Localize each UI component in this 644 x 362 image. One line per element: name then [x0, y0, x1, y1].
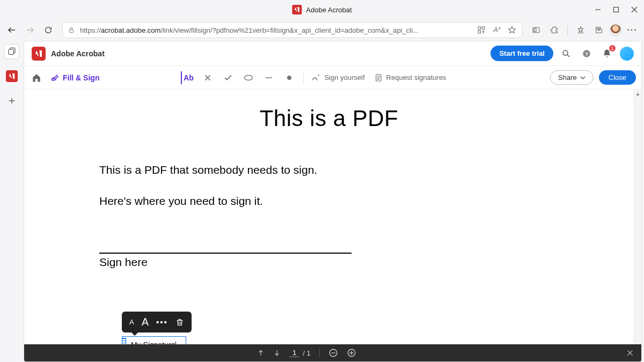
text-annotation[interactable]: A A ••• My Signature — [122, 336, 186, 344]
start-trial-button[interactable]: Start free trial — [491, 46, 553, 61]
document-line-1: This is a PDF that somebody needs to sig… — [99, 164, 559, 176]
page-nav-bar: 1 / 1 — [24, 344, 641, 361]
vertical-scrollbar[interactable]: ▴ — [634, 90, 641, 344]
back-button[interactable] — [4, 23, 19, 38]
svg-point-24 — [245, 75, 253, 80]
new-tab-icon[interactable] — [4, 93, 19, 108]
account-avatar[interactable] — [620, 47, 634, 61]
browser-left-rail — [0, 41, 24, 108]
annotation-more-icon[interactable]: ••• — [156, 317, 168, 327]
svg-rect-7 — [478, 31, 481, 33]
prev-page-icon[interactable] — [257, 349, 265, 357]
svg-rect-11 — [534, 28, 536, 31]
svg-rect-6 — [482, 27, 485, 29]
delete-annotation-icon[interactable] — [175, 318, 184, 327]
request-signatures-button[interactable]: Request signatures — [375, 73, 447, 83]
favorites-list-icon[interactable] — [573, 23, 588, 38]
screenshot-icon[interactable] — [529, 23, 544, 38]
sign-yourself-button[interactable]: Sign yourself — [311, 73, 364, 83]
font-larger-button[interactable]: A — [142, 316, 149, 328]
search-icon[interactable] — [559, 46, 574, 61]
svg-text:?: ? — [585, 50, 588, 56]
separator — [567, 25, 568, 35]
browser-toolbar: https://acrobat.adobe.com/link/view/fill… — [0, 19, 644, 41]
separator — [319, 348, 320, 358]
close-nav-icon[interactable] — [626, 349, 634, 357]
document-viewport[interactable]: This is a PDF This is a PDF that somebod… — [24, 90, 634, 344]
lock-icon — [68, 26, 75, 34]
dot-tool[interactable] — [283, 71, 296, 84]
svg-rect-15 — [9, 49, 13, 54]
help-icon[interactable]: ? — [579, 46, 594, 61]
collections-icon[interactable] — [591, 23, 606, 38]
notifications-icon[interactable]: 1 — [599, 46, 614, 61]
font-smaller-button[interactable]: A — [129, 318, 134, 326]
svg-rect-5 — [478, 27, 481, 29]
signature-line — [99, 253, 352, 254]
document-line-2: Here's where you need to sign it. — [99, 195, 559, 208]
pen-icon — [50, 73, 60, 83]
document-area: This is a PDF This is a PDF that somebod… — [24, 90, 641, 361]
grid-icon[interactable] — [477, 26, 486, 34]
home-icon[interactable] — [30, 73, 43, 83]
scroll-up-icon[interactable]: ▴ — [636, 90, 639, 98]
share-button[interactable]: Share — [550, 70, 594, 85]
fill-sign-title: Fill & Sign — [50, 73, 99, 83]
url-text: https://acrobat.adobe.com/link/view/fill… — [80, 26, 419, 34]
line-tool[interactable] — [262, 71, 275, 84]
favorite-icon[interactable] — [508, 26, 516, 34]
acrobat-app: Adobe Acrobat Start free trial ? 1 Fill … — [24, 41, 642, 362]
zoom-out-icon[interactable] — [328, 348, 338, 358]
svg-rect-4 — [70, 30, 74, 33]
resize-handle[interactable] — [122, 338, 126, 344]
annotation-tools: Ab Sign yourself Request signatures — [181, 71, 446, 84]
svg-rect-1 — [614, 8, 619, 12]
tabs-icon[interactable] — [4, 44, 19, 59]
pdf-page: This is a PDF This is a PDF that somebod… — [24, 90, 634, 290]
forward-button[interactable] — [23, 23, 38, 38]
svg-point-18 — [563, 50, 568, 55]
close-button[interactable]: Close — [599, 70, 636, 85]
total-pages: / 1 — [303, 349, 310, 357]
notification-badge: 1 — [609, 45, 616, 51]
more-menu-icon[interactable]: ··· — [625, 23, 640, 38]
window-title-bar: Adobe Acrobat — [0, 0, 644, 19]
current-page-input[interactable]: 1 — [289, 349, 299, 357]
text-size-icon[interactable]: A٨ — [493, 26, 500, 34]
text-tool[interactable]: Ab — [181, 71, 194, 84]
document-heading: This is a PDF — [99, 106, 559, 131]
x-mark-tool[interactable] — [201, 71, 214, 84]
separator — [303, 72, 304, 84]
svg-point-26 — [287, 76, 291, 80]
next-page-icon[interactable] — [273, 349, 281, 357]
check-mark-tool[interactable] — [222, 71, 235, 84]
acrobat-tab-icon[interactable] — [4, 69, 19, 84]
zoom-in-icon[interactable] — [347, 348, 356, 358]
svg-line-19 — [567, 55, 569, 57]
profile-avatar[interactable] — [610, 24, 621, 36]
acrobat-logo-icon — [32, 47, 46, 61]
address-bar[interactable]: https://acrobat.adobe.com/link/view/fill… — [62, 22, 522, 38]
circle-tool[interactable] — [242, 71, 255, 84]
annotation-toolbar: A A ••• — [122, 312, 192, 333]
window-title: Adobe Acrobat — [306, 6, 352, 14]
close-window-button[interactable] — [631, 6, 638, 13]
refresh-button[interactable] — [41, 23, 56, 38]
page-indicator: 1 / 1 — [289, 349, 311, 357]
annotation-text-box[interactable]: My Signature — [122, 336, 186, 344]
fill-sign-toolbar: Fill & Sign Ab Sign yourself Request sig… — [24, 66, 641, 90]
extensions-icon[interactable] — [547, 23, 562, 38]
acrobat-header: Adobe Acrobat Start free trial ? 1 — [24, 41, 641, 66]
adobe-logo-icon — [292, 5, 302, 14]
sign-here-label: Sign here — [99, 256, 559, 269]
acrobat-app-name: Adobe Acrobat — [51, 49, 105, 58]
minimize-button[interactable] — [595, 6, 601, 13]
annotation-text-value[interactable]: My Signature — [128, 341, 175, 344]
maximize-button[interactable] — [613, 6, 619, 13]
